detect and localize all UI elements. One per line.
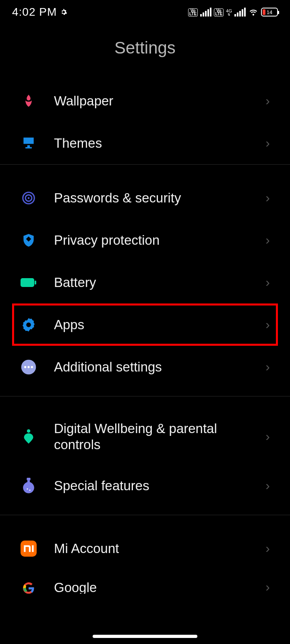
settings-item-mi-account[interactable]: Mi Account › — [0, 527, 290, 570]
settings-item-additional-settings[interactable]: Additional settings › — [0, 346, 290, 388]
volte-icon: Vo LTE — [188, 8, 198, 17]
signal-bars-icon — [234, 8, 246, 17]
settings-item-special-features[interactable]: Special features › — [0, 464, 290, 507]
svg-point-7 — [24, 366, 26, 368]
settings-item-passwords-security[interactable]: Passwords & security › — [0, 177, 290, 219]
home-indicator[interactable] — [93, 635, 197, 638]
ellipsis-icon — [20, 359, 37, 376]
settings-item-label: Special features — [54, 478, 249, 494]
settings-item-privacy-protection[interactable]: Privacy protection › — [0, 219, 290, 261]
signal-bars-icon — [200, 8, 211, 17]
settings-item-google[interactable]: Google › — [0, 570, 290, 594]
settings-item-themes[interactable]: Themes › — [0, 122, 290, 164]
gear-icon — [20, 316, 37, 333]
svg-point-9 — [31, 366, 33, 368]
settings-item-label: Wallpaper — [54, 93, 249, 109]
volte-icon: Vo LTE — [214, 8, 224, 17]
status-left: 4:02 PM — [12, 6, 67, 19]
section-wellbeing: Digital Wellbeing & parental controls › … — [0, 396, 290, 515]
svg-rect-4 — [35, 281, 36, 285]
page-title: Settings — [0, 24, 290, 80]
settings-item-label: Themes — [54, 135, 249, 151]
sim1-signal: Vo LTE — [188, 8, 211, 17]
network-4g-icon: 4G ⇅ — [226, 9, 232, 17]
svg-rect-3 — [21, 278, 34, 287]
wifi-icon — [248, 7, 259, 17]
settings-item-label: Privacy protection — [54, 232, 249, 248]
status-right: Vo LTE Vo LTE 4G ⇅ 14 — [188, 7, 278, 17]
chevron-right-icon: › — [265, 136, 270, 151]
mi-icon — [20, 540, 37, 557]
svg-point-12 — [27, 488, 28, 489]
fingerprint-icon — [20, 190, 37, 206]
svg-rect-11 — [27, 478, 30, 480]
settings-item-digital-wellbeing[interactable]: Digital Wellbeing & parental controls › — [0, 409, 290, 464]
settings-indicator-icon — [60, 8, 67, 16]
battery-icon — [20, 274, 37, 291]
chevron-right-icon: › — [265, 190, 270, 205]
chevron-right-icon: › — [265, 275, 270, 290]
settings-item-label: Google — [54, 580, 249, 594]
shield-icon — [20, 232, 37, 249]
settings-list: Wallpaper › Themes › Passwords & securit… — [0, 80, 290, 594]
chevron-right-icon: › — [265, 580, 270, 594]
settings-item-label: Passwords & security — [54, 190, 249, 206]
sim2-signal: Vo LTE 4G ⇅ — [214, 8, 246, 17]
themes-icon — [20, 135, 37, 152]
wellbeing-icon — [20, 428, 37, 445]
svg-point-13 — [29, 489, 31, 491]
section-security: Passwords & security › Privacy protectio… — [0, 164, 290, 396]
tulip-icon — [20, 93, 37, 109]
chevron-right-icon: › — [265, 317, 270, 332]
chevron-right-icon: › — [265, 359, 270, 374]
settings-item-label: Apps — [54, 317, 249, 333]
google-icon — [20, 580, 37, 594]
status-time: 4:02 PM — [12, 6, 57, 19]
chevron-right-icon: › — [265, 541, 270, 556]
settings-item-label: Battery — [54, 275, 249, 291]
status-bar: 4:02 PM Vo LTE Vo LTE 4G ⇅ — [0, 0, 290, 24]
svg-point-2 — [28, 197, 30, 199]
chevron-right-icon: › — [265, 233, 270, 248]
settings-item-label: Mi Account — [54, 541, 249, 557]
settings-item-label: Digital Wellbeing & parental controls — [54, 421, 249, 452]
svg-point-8 — [27, 366, 29, 368]
section-appearance: Wallpaper › Themes › — [0, 80, 290, 164]
section-accounts: Mi Account › Google › — [0, 515, 290, 594]
svg-rect-14 — [21, 541, 37, 557]
flask-icon — [20, 477, 37, 494]
battery-status-icon: 14 — [261, 8, 278, 17]
svg-point-10 — [27, 429, 31, 433]
chevron-right-icon: › — [265, 478, 270, 493]
chevron-right-icon: › — [265, 93, 270, 108]
svg-point-5 — [26, 322, 31, 327]
settings-item-wallpaper[interactable]: Wallpaper › — [0, 80, 290, 122]
settings-item-apps[interactable]: Apps › — [12, 303, 278, 346]
settings-item-battery[interactable]: Battery › — [0, 261, 290, 303]
settings-item-label: Additional settings — [54, 359, 249, 375]
chevron-right-icon: › — [265, 429, 270, 444]
